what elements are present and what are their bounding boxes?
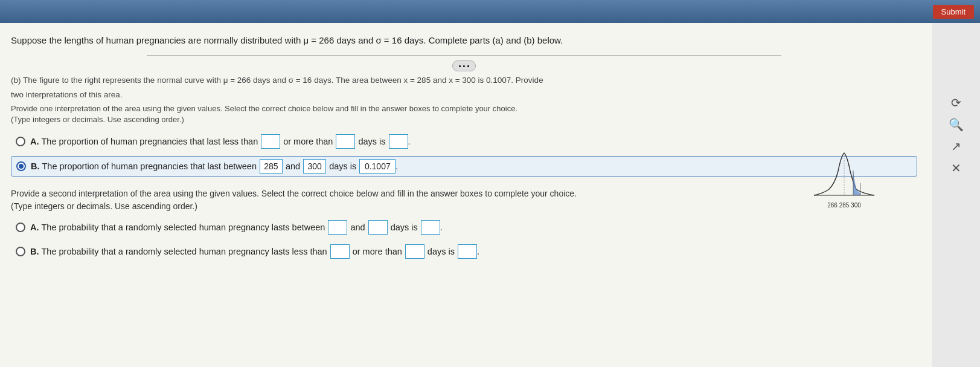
option2-a-box3[interactable] [421, 220, 440, 235]
divider [147, 55, 781, 56]
question-main-text: Suppose the lengths of human pregnancies… [11, 34, 917, 48]
option-b-label: B. [31, 161, 40, 171]
period-a: . [408, 137, 411, 146]
option-b-box2[interactable]: 300 [303, 159, 326, 174]
option-b-text2: and [286, 161, 300, 171]
option2-b-text2: or more than [353, 247, 402, 256]
close-icon[interactable]: ✕ [951, 161, 961, 175]
option-a-box3[interactable] [389, 134, 408, 149]
option2-a-text3: days is [391, 222, 418, 232]
chart-label: 266 285 300 [811, 202, 877, 209]
option2-a-text2: and [350, 222, 365, 232]
option2-b-box1[interactable] [330, 244, 350, 259]
option2-b-box3[interactable] [458, 244, 477, 259]
option2-a-label: A. [30, 222, 39, 232]
instruction1: Provide one interpretation of the area u… [11, 103, 917, 125]
option2-a-row: A. The probability that a randomly selec… [11, 218, 917, 237]
option-a-text1: The proportion of human pregnancies that… [42, 137, 258, 146]
option-a-box1[interactable] [261, 134, 280, 149]
period-b: . [396, 161, 398, 171]
part-b-line1: (b) The figure to the right represents t… [11, 75, 917, 86]
option-b-box3[interactable]: 0.1007 [359, 159, 396, 174]
radio-a[interactable] [16, 137, 25, 146]
option2-b-box2[interactable] [405, 244, 424, 259]
part-b-line2: two interpretations of this area. [11, 89, 917, 101]
radio-b[interactable] [16, 161, 26, 171]
option2-b-text1: The probability that a randomly selected… [42, 247, 327, 256]
option-a-label: A. [30, 137, 39, 146]
option-a-row: A. The proportion of human pregnancies t… [11, 132, 917, 151]
option2-b-row: B. The probability that a randomly selec… [11, 242, 917, 261]
option-a-box2[interactable] [336, 134, 355, 149]
option-a-text3: days is [358, 137, 385, 146]
instruction2: Provide a second interpretation of the a… [11, 187, 917, 213]
option-b-row: B. The proportion of human pregnancies t… [11, 156, 917, 177]
option2-b-text3: days is [428, 247, 455, 256]
bell-curve-chart [811, 150, 877, 198]
option2-a-box1[interactable] [328, 220, 347, 235]
period2-b: . [477, 247, 479, 256]
option-b-box1[interactable]: 285 [260, 159, 283, 174]
content-area: Suppose the lengths of human pregnancies… [0, 23, 932, 367]
option-b-text1: The proportion of human pregnancies that… [42, 161, 257, 171]
option2-b-label: B. [30, 247, 39, 256]
dots-button[interactable]: • • • [452, 60, 476, 71]
main-content: Suppose the lengths of human pregnancies… [0, 23, 980, 367]
search-icon[interactable]: 🔍 [949, 117, 964, 132]
submit-button[interactable]: Submit [933, 5, 974, 19]
loop-icon[interactable]: ⟳ [951, 96, 961, 110]
radio2-a[interactable] [16, 222, 25, 232]
top-bar: Submit [0, 0, 980, 23]
share-icon[interactable]: ↗ [951, 139, 961, 154]
radio2-b[interactable] [16, 247, 25, 256]
option2-a-box2[interactable] [368, 220, 388, 235]
chart-container: 266 285 300 [811, 150, 877, 204]
option-a-text2: or more than [283, 137, 333, 146]
option-b-text3: days is [329, 161, 356, 171]
right-sidebar: ⟳ 🔍 ↗ ✕ [932, 23, 980, 367]
period2-a: . [440, 222, 443, 232]
option2-a-text1: The probability that a randomly selected… [42, 222, 325, 232]
